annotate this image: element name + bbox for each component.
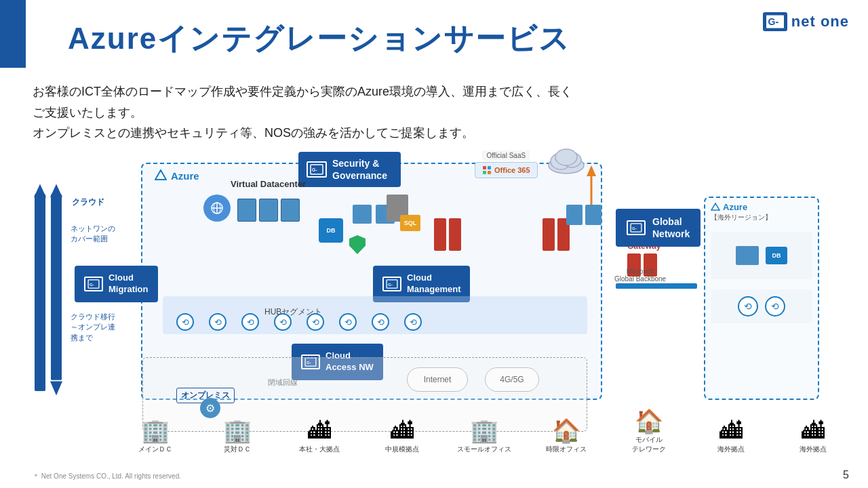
svg-marker-9 <box>155 170 166 180</box>
sql-icon: SQL <box>400 215 420 231</box>
sql-icon-container: SQL <box>400 215 420 231</box>
network-icon <box>203 195 231 222</box>
srv-r1 <box>566 205 583 225</box>
upload-arrow <box>583 164 599 214</box>
fw-box1 <box>434 218 446 251</box>
svg-text:G-: G- <box>312 167 317 172</box>
location-overseas2: 🏙 海外拠点 <box>772 419 854 454</box>
cloud-migration-icon: G- <box>84 277 103 291</box>
svg-text:G-: G- <box>388 282 393 287</box>
vm-icon1 <box>353 205 372 224</box>
conn-arrow4: ⟲ <box>274 313 292 331</box>
svg-rect-23 <box>488 166 491 169</box>
netone-cover-label: ネットワンのカバー範囲 <box>71 224 115 245</box>
conn-arrow3: ⟲ <box>241 313 259 331</box>
location-label-mobile: モバイルテレワーク <box>632 435 666 454</box>
left-arrow-container <box>33 183 66 396</box>
official-saas-label: Official SaaS <box>482 150 530 161</box>
global-network-box: G- Global Network <box>616 209 701 247</box>
vdc-icons-top <box>203 195 300 222</box>
svg-rect-25 <box>488 171 491 174</box>
azure-main-box: Azure G- Security & Governance Virtual D… <box>141 163 602 400</box>
page-number: 5 <box>843 469 849 481</box>
cloud-mgmt-icon: G- <box>382 277 401 291</box>
svg-text:G-: G- <box>768 16 778 27</box>
conn-arrow6: ⟲ <box>339 313 357 331</box>
conn-arrow2: ⟲ <box>209 313 226 331</box>
building-icon-overseas2: 🏙 <box>802 419 825 442</box>
cloud-mgmt-text: Cloud Management <box>407 272 460 296</box>
office-saas-box: Official SaaS Office 365 <box>475 150 538 178</box>
overseas-db: DB <box>766 247 787 264</box>
logo-icon: G- <box>763 12 787 31</box>
svg-text:G-: G- <box>90 282 94 287</box>
location-disaster-dc: 🏢 災対ＤＣ <box>196 419 278 454</box>
azure-text: Azure <box>171 170 199 182</box>
location-label-disaster-dc: 災対ＤＣ <box>224 445 251 454</box>
vdc-label: Virtual Datacenter <box>231 179 306 189</box>
location-time-office: 🏠 時限オフィス <box>526 419 608 454</box>
location-mid-office: 🏙 中規模拠点 <box>361 419 443 454</box>
building-icon-mobile: 🏠 <box>635 409 663 432</box>
conn-arrow1: ⟲ <box>176 313 194 331</box>
hub-connectors: ⟲ ⟲ ⟲ ⟲ ⟲ ⟲ ⟲ ⟲ <box>176 313 422 331</box>
building-icon-disaster-dc: 🏢 <box>223 419 252 442</box>
svg-marker-7 <box>50 184 62 197</box>
fw-box2 <box>449 218 461 251</box>
svg-rect-24 <box>483 171 486 174</box>
overseas-inner2-box: ⟲ ⟲ <box>711 289 812 323</box>
page-title: Azureインテグレーションサービス <box>68 19 732 59</box>
shield-container <box>349 235 366 254</box>
office365-badge: Office 365 <box>475 162 538 178</box>
overseas-inner-box: DB <box>711 232 812 279</box>
azure-overseas-sublabel: 【海外リージョン】 <box>711 213 772 222</box>
db-icon-row: DB <box>319 218 343 243</box>
cloud-shape-icon <box>546 144 587 178</box>
cloud-migration-box: G- Cloud Migration <box>75 266 158 302</box>
location-overseas1: 🏙 海外拠点 <box>690 419 772 454</box>
location-label-mid: 中規模拠点 <box>385 445 419 454</box>
location-main-dc: 🏢 メインＤＣ <box>114 419 196 454</box>
description-line2: ご支援いたします。 <box>33 102 835 123</box>
azure-overseas-box: Azure 【海外リージョン】 DB ⟲ ⟲ <box>704 197 819 400</box>
svg-point-29 <box>555 149 577 165</box>
cloud-migration-label: クラウド移行～オンプレ連携まで <box>71 312 115 343</box>
svg-rect-4 <box>35 194 45 391</box>
microsoft-backbone-bar <box>616 283 697 289</box>
overseas-server <box>736 246 759 265</box>
azure-overseas-label: Azure <box>723 202 747 212</box>
conn-arrow8: ⟲ <box>404 313 422 331</box>
building-icon-main-dc: 🏢 <box>141 419 170 442</box>
location-label-small: スモールオフィス <box>457 445 511 454</box>
security-text: Security & Governance <box>332 157 387 182</box>
server-icons <box>237 199 300 222</box>
security-icon: G- <box>307 161 327 178</box>
location-hq: 🏙 本社・大拠点 <box>279 419 361 454</box>
conn-arrow5: ⟲ <box>307 313 324 331</box>
location-label-overseas1: 海外拠点 <box>717 445 745 454</box>
footer-copyright: ＊ Net One Systems CO., Ltd. All rights r… <box>33 472 181 481</box>
security-governance-box: G- Security & Governance <box>298 152 401 187</box>
microsoft-backbone-label: MicrosoftGlobal Backbone <box>614 268 666 283</box>
cloud-label: クラウド <box>72 197 104 208</box>
svg-rect-6 <box>51 194 62 380</box>
overseas-conn2: ⟲ <box>765 296 785 317</box>
location-label-main-dc: メインＤＣ <box>138 445 172 454</box>
svg-text:G-: G- <box>632 226 637 230</box>
building-icon-time: 🏠 <box>552 419 580 442</box>
location-mobile: 🏠 モバイルテレワーク <box>608 409 690 454</box>
description: お客様のICT全体のロードマップ作成や要件定義から実際のAzure環境の導入、運… <box>33 81 835 144</box>
firewall-boxes-left <box>434 218 461 251</box>
building-icon-overseas1: 🏙 <box>719 419 743 442</box>
diagram: クラウド ネットワンのカバー範囲 クラウド移行～オンプレ連携まで Azure G… <box>33 163 854 454</box>
svg-marker-34 <box>711 203 719 210</box>
building-icon-hq: 🏙 <box>308 419 331 442</box>
building-icon-small: 🏢 <box>470 419 498 442</box>
conn-arrow7: ⟲ <box>372 313 389 331</box>
global-network-text: Global Network <box>652 216 690 240</box>
office365-text: Office 365 <box>494 166 530 174</box>
svg-marker-31 <box>587 165 596 176</box>
shield-icon-vdc <box>349 235 366 254</box>
location-label-hq: 本社・大拠点 <box>299 445 340 454</box>
overseas-conn1: ⟲ <box>738 296 758 317</box>
